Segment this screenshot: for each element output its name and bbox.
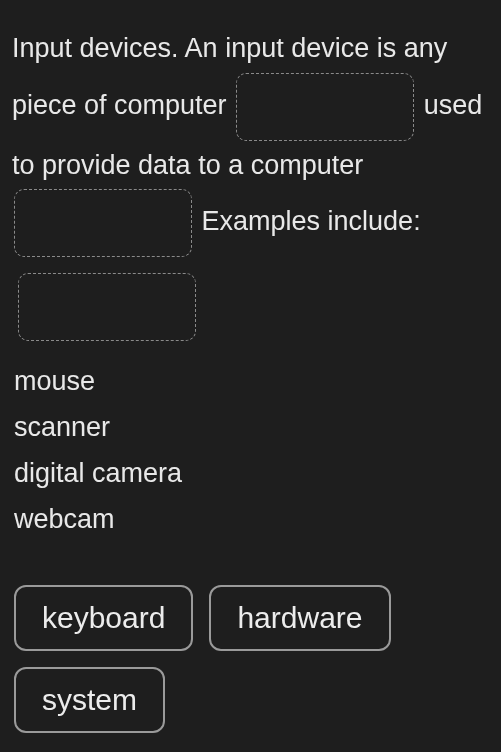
word-option-hardware[interactable]: hardware	[209, 585, 390, 651]
fill-in-paragraph: Input devices. An input device is any pi…	[12, 28, 489, 341]
paragraph-text-3: Examples include:	[202, 206, 421, 236]
blank-slot-3[interactable]	[18, 273, 196, 341]
blank-slot-1[interactable]	[236, 73, 414, 141]
examples-list: mouse scanner digital camera webcam	[14, 359, 489, 543]
word-bank: keyboard hardware system	[12, 585, 489, 733]
word-option-system[interactable]: system	[14, 667, 165, 733]
list-item: digital camera	[14, 451, 489, 497]
blank-slot-2[interactable]	[14, 189, 192, 257]
list-item: mouse	[14, 359, 489, 405]
list-item: webcam	[14, 497, 489, 543]
list-item: scanner	[14, 405, 489, 451]
word-option-keyboard[interactable]: keyboard	[14, 585, 193, 651]
